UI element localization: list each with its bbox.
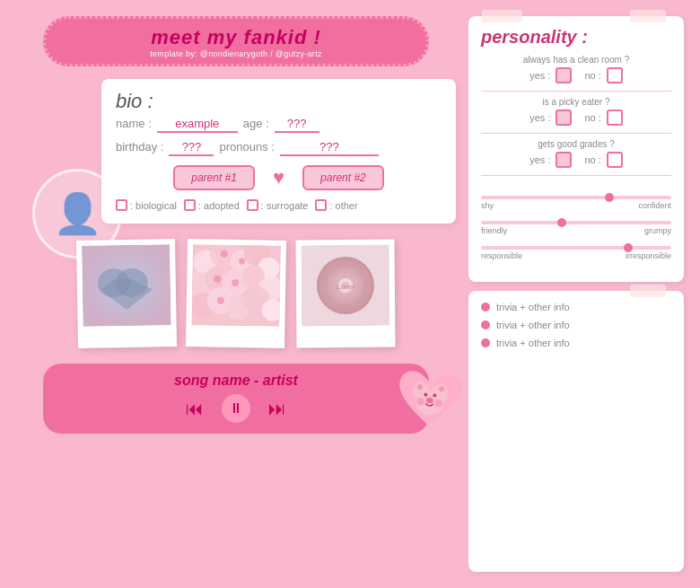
- divider-3: [481, 175, 671, 176]
- divider-2: [481, 133, 671, 134]
- q1-yes-no: yes : no :: [481, 67, 671, 83]
- trivia-text-3: trivia + other info: [496, 338, 570, 348]
- checkbox-row: : biological : adopted : surrogate : oth…: [116, 199, 442, 211]
- adopted-checkbox-sq[interactable]: [184, 199, 196, 211]
- personality-section: personality : always has a clean room ? …: [468, 16, 684, 282]
- q3-no-label: no :: [584, 154, 600, 165]
- slider-dot-2[interactable]: [557, 218, 566, 227]
- q3-yes-label: yes :: [529, 154, 550, 165]
- trivia-item-3: trivia + other info: [481, 338, 671, 348]
- q3-yes-no: yes : no :: [481, 152, 671, 168]
- photo-3: Lover: [302, 245, 390, 327]
- title-banner: meet my fankid ! template by: @nondienar…: [43, 16, 429, 66]
- pronouns-label: pronouns :: [219, 140, 274, 154]
- adopted-checkbox[interactable]: : adopted: [184, 199, 240, 211]
- trivia-dot-3: [481, 338, 490, 347]
- trivia-section: trivia + other info trivia + other info …: [468, 291, 684, 572]
- birthday-label: birthday :: [116, 140, 163, 154]
- bio-card: bio : name : example age : ??? birthday …: [101, 79, 456, 224]
- q2-no-box[interactable]: [607, 110, 623, 126]
- parent1-box[interactable]: parent #1: [173, 165, 255, 190]
- slider-friendly-grumpy: friendly grumpy: [481, 221, 671, 235]
- photo-2: [191, 244, 281, 327]
- question-3: gets good grades ? yes : no :: [481, 139, 671, 168]
- q2-text: is a picky eater ?: [481, 97, 671, 107]
- slider-left-3: responsible: [481, 251, 522, 260]
- trivia-dot-1: [481, 303, 490, 312]
- other-label: : other: [329, 200, 357, 211]
- q1-yes-box[interactable]: [556, 67, 572, 83]
- play-button[interactable]: ⏸: [222, 394, 250, 423]
- q3-yes-box[interactable]: [556, 152, 572, 168]
- slider-labels-3: responsible irresponsible: [481, 251, 671, 260]
- adopted-label: : adopted: [198, 200, 240, 211]
- trivia-text-2: trivia + other info: [496, 320, 570, 330]
- photo1-bg: [82, 244, 171, 327]
- slider-track-3[interactable]: [481, 246, 671, 250]
- biological-checkbox-sq[interactable]: [116, 199, 127, 211]
- trivia-item-2: trivia + other info: [481, 320, 671, 330]
- trivia-text-1: trivia + other info: [496, 302, 570, 312]
- svg-text:Lover: Lover: [337, 283, 354, 291]
- parent2-box[interactable]: parent #2: [302, 165, 384, 190]
- other-checkbox[interactable]: : other: [315, 199, 357, 211]
- music-player: song name - artist ⏮ ⏸ ⏭: [43, 364, 429, 434]
- q1-no-label: no :: [584, 70, 600, 81]
- parents-row: parent #1 ♥ parent #2: [116, 165, 442, 190]
- song-title: song name - artist: [61, 373, 411, 389]
- avatar-placeholder-icon: 👤: [53, 190, 102, 237]
- surrogate-label: : surrogate: [261, 200, 309, 211]
- q2-yes-no: yes : no :: [481, 110, 671, 126]
- name-label: name :: [116, 117, 152, 130]
- slider-track-2[interactable]: [481, 221, 671, 224]
- record-svg: Lover: [302, 245, 390, 327]
- biological-checkbox[interactable]: : biological: [116, 199, 177, 211]
- next-button[interactable]: ⏭: [268, 399, 286, 419]
- bio-name-row: name : example age : ???: [116, 117, 442, 133]
- personality-title: personality :: [481, 27, 671, 48]
- bear-decoration: [389, 364, 468, 455]
- slider-dot-1[interactable]: [605, 193, 614, 202]
- surrogate-checkbox-sq[interactable]: [247, 199, 258, 211]
- other-checkbox-sq[interactable]: [315, 199, 327, 211]
- slider-right-1: confident: [638, 201, 671, 210]
- q2-yes-box[interactable]: [556, 110, 572, 126]
- slider-right-2: grumpy: [644, 226, 671, 235]
- q1-no-box[interactable]: [607, 67, 623, 83]
- template-credit: template by: @nondienarygoth / @gutzy-ar…: [64, 49, 408, 58]
- flowers-svg: [191, 244, 281, 327]
- q2-yes-label: yes :: [529, 112, 550, 123]
- divider-1: [481, 91, 671, 92]
- slider-dot-3[interactable]: [624, 243, 633, 252]
- bio-avatar-wrapper: 👤 bio : name : example age : ??? birthda…: [16, 79, 456, 224]
- music-player-wrapper: song name - artist ⏮ ⏸ ⏭: [25, 364, 447, 434]
- photo-1: [82, 244, 171, 327]
- surrogate-checkbox[interactable]: : surrogate: [247, 199, 309, 211]
- flower-cluster: [191, 244, 281, 327]
- polaroid-2: [186, 239, 286, 348]
- question-1: always has a clean room ? yes : no :: [481, 55, 671, 83]
- bio-birthday-row: birthday : ??? pronouns : ???: [116, 140, 442, 156]
- question-2: is a picky eater ? yes : no :: [481, 97, 671, 126]
- trivia-item-1: trivia + other info: [481, 302, 671, 312]
- slider-right-3: irresponsible: [626, 251, 671, 260]
- slider-shy-confident: shy confident: [481, 196, 671, 210]
- photo3-bg: Lover: [302, 245, 390, 327]
- page-container: meet my fankid ! template by: @nondienar…: [0, 0, 700, 588]
- slider-track-1[interactable]: [481, 196, 671, 199]
- pronouns-field[interactable]: ???: [280, 140, 379, 156]
- q3-text: gets good grades ?: [481, 139, 671, 149]
- polaroid-1: [76, 239, 177, 348]
- prev-button[interactable]: ⏮: [186, 399, 204, 419]
- right-column: personality : always has a clean room ? …: [468, 16, 684, 572]
- q1-text: always has a clean room ?: [481, 55, 671, 65]
- trivia-dot-2: [481, 320, 490, 329]
- left-column: meet my fankid ! template by: @nondienar…: [16, 16, 456, 572]
- birthday-field[interactable]: ???: [169, 140, 214, 156]
- age-field[interactable]: ???: [275, 117, 319, 133]
- biological-label: : biological: [130, 200, 177, 211]
- q3-no-box[interactable]: [607, 152, 623, 168]
- q2-no-label: no :: [584, 112, 600, 123]
- slider-section: shy confident friendly grumpy: [481, 181, 671, 269]
- name-field[interactable]: example: [157, 117, 238, 133]
